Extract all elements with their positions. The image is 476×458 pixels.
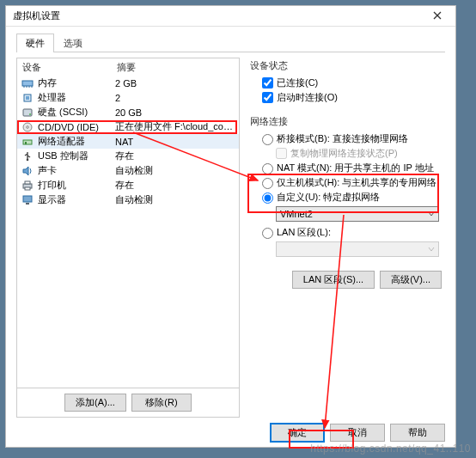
connect-at-poweron-label: 启动时连接(O) [277, 91, 338, 104]
device-row[interactable]: 硬盘 (SCSI)20 GB [17, 105, 239, 119]
device-summary: 2 [115, 93, 235, 103]
display-icon [21, 194, 34, 206]
net-icon [21, 136, 34, 148]
network-connection-group: 网络连接 桥接模式(B): 直接连接物理网络 复制物理网络连接状态(P) [250, 113, 442, 260]
svg-point-13 [27, 158, 29, 161]
device-status-title: 设备状态 [250, 58, 442, 74]
connected-checkbox[interactable] [262, 77, 273, 89]
svg-rect-17 [23, 196, 32, 202]
device-row[interactable]: 打印机存在 [17, 178, 239, 192]
bridged-radio[interactable] [262, 134, 273, 145]
bridged-radio-row[interactable]: 桥接模式(B): 直接连接物理网络 [262, 131, 442, 146]
lan-segments-button[interactable]: LAN 区段(S)... [292, 271, 375, 289]
svg-rect-16 [25, 187, 30, 190]
connect-at-poweron-checkbox[interactable] [262, 92, 273, 103]
device-summary: 自动检测 [115, 164, 235, 177]
network-connection-title: 网络连接 [250, 113, 442, 130]
device-label: 显示器 [38, 193, 115, 206]
device-row[interactable]: USB 控制器存在 [17, 149, 239, 163]
svg-point-8 [29, 113, 31, 115]
advanced-button[interactable]: 高级(V)... [380, 271, 442, 289]
lan-segment-label: LAN 区段(L): [277, 226, 331, 239]
device-summary: NAT [115, 137, 235, 147]
watermark: https://blog.csdn.net/qq_41..110 [310, 443, 471, 455]
help-button[interactable]: 帮助 [390, 424, 445, 442]
lan-segment-dropdown [276, 241, 439, 257]
window-title: 虚拟机设置 [13, 9, 60, 22]
cd-icon [21, 121, 34, 133]
device-summary: 自动检测 [115, 193, 235, 206]
device-row[interactable]: 声卡自动检测 [17, 163, 239, 178]
device-row[interactable]: 内存2 GB [17, 76, 239, 90]
lan-segment-radio-row[interactable]: LAN 区段(L): [262, 225, 442, 240]
device-summary: 正在使用文件 F:\cloud_comput... [115, 120, 235, 133]
titlebar: 虚拟机设置 [6, 6, 455, 27]
bridged-label: 桥接模式(B): 直接连接物理网络 [277, 132, 408, 145]
disk-icon [21, 107, 34, 119]
tab-row: 硬件 选项 [16, 34, 445, 52]
device-row[interactable]: 网络适配器NAT [17, 134, 239, 149]
device-label: 处理器 [38, 91, 115, 104]
printer-icon [21, 180, 34, 192]
svg-rect-18 [26, 203, 29, 205]
nat-radio[interactable] [262, 163, 273, 174]
device-row[interactable]: CD/DVD (IDE)正在使用文件 F:\cloud_comput... [17, 119, 239, 134]
replicate-checkbox [276, 148, 287, 159]
cpu-icon [21, 92, 34, 104]
tab-hardware[interactable]: 硬件 [16, 34, 54, 52]
close-icon [433, 11, 442, 21]
custom-label: 自定义(U): 特定虚拟网络 [277, 191, 380, 204]
device-label: CD/DVD (IDE) [38, 122, 115, 132]
device-summary: 存在 [115, 150, 235, 162]
remove-device-button[interactable]: 移除(R) [131, 394, 192, 412]
svg-rect-12 [25, 142, 27, 144]
device-status-group: 设备状态 已连接(C) 启动时连接(O) [250, 58, 442, 108]
add-device-button[interactable]: 添加(A)... [64, 394, 126, 412]
custom-radio-row[interactable]: 自定义(U): 特定虚拟网络 [262, 190, 442, 205]
device-list: 内存2 GB处理器2硬盘 (SCSI)20 GBCD/DVD (IDE)正在使用… [17, 76, 239, 388]
replicate-label: 复制物理网络连接状态(P) [290, 147, 398, 160]
device-summary: 2 GB [115, 78, 235, 89]
svg-rect-15 [25, 181, 30, 184]
replicate-checkbox-row: 复制物理网络连接状态(P) [262, 146, 442, 161]
nat-label: NAT 模式(N): 用于共享主机的 IP 地址 [277, 162, 434, 174]
device-label: 打印机 [38, 179, 115, 192]
usb-icon [21, 150, 34, 162]
device-label: 声卡 [38, 164, 115, 177]
hostonly-radio-row[interactable]: 仅主机模式(H): 与主机共享的专用网络 [262, 175, 442, 190]
device-pane: 设备 摘要 内存2 GB处理器2硬盘 (SCSI)20 GBCD/DVD (ID… [16, 58, 240, 418]
device-row[interactable]: 显示器自动检测 [17, 192, 239, 207]
window-close-button[interactable] [424, 9, 450, 24]
device-label: 网络适配器 [38, 135, 115, 148]
device-label: 硬盘 (SCSI) [38, 106, 115, 119]
svg-point-10 [27, 125, 29, 128]
col-summary: 摘要 [117, 61, 136, 74]
device-header: 设备 摘要 [17, 58, 239, 76]
vm-settings-dialog: 虚拟机设置 硬件 选项 设备 摘要 内存2 GB处理器2硬盘 (SCSI)20 … [5, 5, 456, 448]
ok-button[interactable]: 确定 [270, 423, 325, 443]
connected-checkbox-row[interactable]: 已连接(C) [262, 76, 442, 90]
tab-options[interactable]: 选项 [54, 34, 92, 52]
connect-at-poweron-row[interactable]: 启动时连接(O) [262, 90, 442, 105]
device-row[interactable]: 处理器2 [17, 90, 239, 105]
nat-radio-row[interactable]: NAT 模式(N): 用于共享主机的 IP 地址 [262, 161, 442, 175]
device-label: USB 控制器 [38, 150, 115, 162]
custom-network-value: VMnet2 [280, 209, 313, 219]
custom-network-dropdown[interactable]: VMnet2 [276, 206, 439, 222]
chevron-down-icon [428, 244, 435, 254]
sound-icon [21, 165, 34, 177]
svg-rect-11 [23, 140, 32, 144]
chevron-down-icon [428, 209, 435, 219]
cancel-button[interactable]: 取消 [330, 424, 385, 442]
svg-rect-6 [26, 96, 29, 100]
hostonly-label: 仅主机模式(H): 与主机共享的专用网络 [277, 176, 436, 189]
svg-rect-0 [22, 81, 33, 86]
lan-segment-radio[interactable] [262, 228, 273, 239]
custom-radio[interactable] [262, 192, 273, 204]
device-label: 内存 [38, 76, 115, 89]
settings-pane: 设备状态 已连接(C) 启动时连接(O) 网络连接 [247, 58, 445, 418]
connected-label: 已连接(C) [277, 76, 318, 89]
hostonly-radio[interactable] [262, 178, 273, 189]
device-summary: 20 GB [115, 107, 235, 118]
device-summary: 存在 [115, 179, 235, 192]
